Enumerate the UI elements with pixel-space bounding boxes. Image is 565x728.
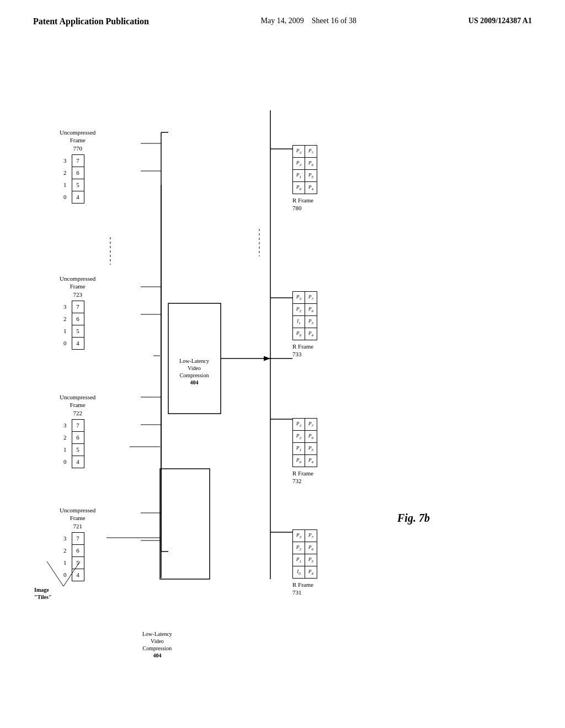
rframe-cell: P6	[305, 158, 317, 170]
rframe-732-grid: P3 P7 P2 P6 P1 P5 P0 P4	[292, 418, 317, 467]
page-header: Patent Application Publication May 14, 2…	[0, 0, 565, 26]
rframe-cell: P3	[293, 146, 305, 158]
grid-row-label: 3	[60, 301, 72, 313]
rframe-cell: P6	[305, 431, 317, 443]
rframe-cell: P1	[293, 443, 305, 455]
frame-723-group: UncompressedFrame723 3 7 2 6 1 5 0 4	[60, 275, 95, 350]
header-right: US 2009/124387 A1	[468, 17, 532, 25]
rframe-731-grid: P3 P7 P2 P6 P1 P5 I0 P4	[292, 529, 317, 579]
frame-723-grid: 3 7 2 6 1 5 0 4	[60, 301, 84, 350]
rframe-731-group: P3 P7 P2 P6 P1 P5 I0 P4 R Frame731	[292, 529, 317, 597]
rframe-780-grid: P3 P7 P2 P6 P1 P5 P0 P4	[292, 145, 317, 194]
grid-cell: 5	[72, 443, 84, 456]
frame-770-group: UncompressedFrame770 3 7 2 6 1 5 0 4	[60, 129, 95, 204]
rframe-cell: P6	[305, 304, 317, 316]
rframe-732-group: P3 P7 P2 P6 P1 P5 P0 P4 R Frame732	[292, 418, 317, 485]
rframe-cell: P0	[293, 182, 305, 194]
grid-row-label: 3	[60, 419, 72, 431]
grid-cell: 7	[72, 419, 84, 431]
diagram-area: UncompressedFrame770 3 7 2 6 1 5 0 4 Unc…	[0, 43, 565, 705]
frame-770-label: UncompressedFrame770	[60, 129, 95, 152]
grid-cell: 4	[72, 337, 84, 349]
grid-cell: 5	[72, 325, 84, 337]
rframe-cell: I0	[293, 566, 305, 579]
rframe-cell: P5	[305, 443, 317, 455]
frame-722-label: UncompressedFrame722	[60, 393, 95, 417]
rframe-cell: P4	[305, 566, 317, 579]
grid-row-label: 1	[60, 179, 72, 191]
rframe-cell: P5	[305, 170, 317, 182]
rframe-cell: P6	[305, 542, 317, 554]
rframe-cell: P7	[305, 530, 317, 542]
rframe-733-grid: P3 P7 P2 P6 I1 P5 P0 P4	[292, 291, 317, 340]
grid-cell: 6	[72, 313, 84, 325]
figure-label: Fig. 7b	[397, 512, 430, 524]
rframe-cell: P4	[305, 328, 317, 340]
grid-row-label: 0	[60, 456, 72, 468]
grid-cell: 4	[72, 191, 84, 203]
rframe-cell: P2	[293, 431, 305, 443]
compression-label: Low-LatencyVideoCompression404	[170, 357, 218, 386]
ll-label-pointer: Low-LatencyVideoCompression404	[142, 630, 172, 659]
rframe-cell: P2	[293, 304, 305, 316]
rframe-733-label: R Frame733	[292, 342, 317, 358]
rframe-780-label: R Frame780	[292, 196, 317, 212]
rframe-cell: P7	[305, 292, 317, 304]
svg-line-28	[63, 561, 80, 586]
grid-row-label: 2	[60, 313, 72, 325]
rframe-cell: P7	[305, 146, 317, 158]
rframe-732-label: R Frame732	[292, 469, 317, 485]
frame-723-label: UncompressedFrame723	[60, 275, 95, 298]
grid-row-label: 3	[60, 154, 72, 167]
rframe-cell: P3	[293, 419, 305, 431]
grid-cell: 6	[72, 167, 84, 179]
grid-row-label: 0	[60, 337, 72, 349]
svg-line-29	[47, 561, 63, 586]
grid-row-label: 2	[60, 431, 72, 443]
grid-cell: 5	[72, 179, 84, 191]
rframe-731-label: R Frame731	[292, 581, 317, 597]
rframe-cell: P3	[293, 292, 305, 304]
rframe-cell: P3	[293, 530, 305, 542]
grid-row-label: 1	[60, 443, 72, 456]
frame-770-grid: 3 7 2 6 1 5 0 4	[60, 154, 84, 204]
grid-cell: 6	[72, 431, 84, 443]
rframe-cell: P2	[293, 542, 305, 554]
frame-722-grid: 3 7 2 6 1 5 0 4	[60, 419, 84, 468]
rframe-cell: P2	[293, 158, 305, 170]
frame-721-label: UncompressedFrame721	[60, 506, 95, 530]
rframe-733-group: P3 P7 P2 P6 I1 P5 P0 P4 R Frame733	[292, 291, 317, 358]
rframe-cell: P5	[305, 554, 317, 566]
rframe-cell: P4	[305, 455, 317, 467]
grid-cell: 7	[72, 301, 84, 313]
grid-row-label: 1	[60, 325, 72, 337]
rframe-cell: P1	[293, 170, 305, 182]
rframe-cell: P0	[293, 455, 305, 467]
frame-722-group: UncompressedFrame722 3 7 2 6 1 5 0 4	[60, 393, 95, 468]
grid-row-label: 0	[60, 191, 72, 203]
header-left: Patent Application Publication	[33, 17, 149, 26]
rframe-cell: P0	[293, 328, 305, 340]
rframe-cell: P7	[305, 419, 317, 431]
rframe-cell: P1	[293, 554, 305, 566]
grid-cell: 7	[72, 154, 84, 167]
rframe-780-group: P3 P7 P2 P6 P1 P5 P0 P4 R Frame780	[292, 145, 317, 212]
header-center: May 14, 2009 Sheet 16 of 38	[261, 17, 356, 25]
rframe-cell: P4	[305, 182, 317, 194]
rframe-cell: I1	[293, 316, 305, 328]
grid-row-label: 2	[60, 167, 72, 179]
rframe-cell: P5	[305, 316, 317, 328]
grid-cell: 4	[72, 456, 84, 468]
tiles-bracket-svg	[30, 539, 97, 595]
